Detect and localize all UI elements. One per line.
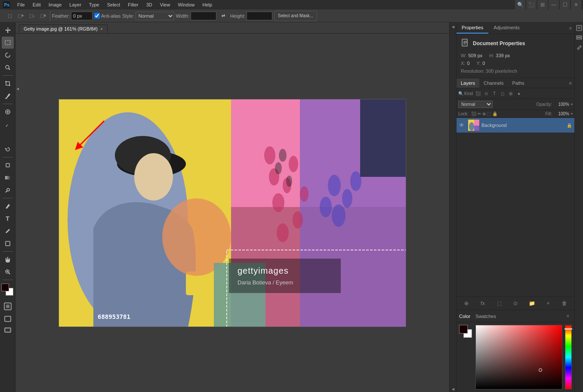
tab-paths[interactable]: Paths bbox=[508, 78, 529, 88]
menu-window[interactable]: Window bbox=[174, 1, 198, 8]
history-brush-tool[interactable] bbox=[2, 143, 14, 155]
path-select-tool[interactable] bbox=[2, 225, 14, 237]
hue-slider[interactable] bbox=[565, 325, 572, 389]
height-input[interactable] bbox=[247, 12, 272, 20]
pixel-filter-btn[interactable]: ⬛ bbox=[475, 90, 481, 97]
layer-effects-btn[interactable]: fx bbox=[478, 299, 487, 308]
shape-filter-btn[interactable]: ◻ bbox=[499, 90, 506, 97]
fill-arrow[interactable]: ▾ bbox=[571, 112, 573, 116]
crop-tool[interactable] bbox=[2, 77, 14, 90]
new-adjustment-btn[interactable]: ⊙ bbox=[511, 299, 520, 308]
menu-file[interactable]: File bbox=[14, 1, 28, 8]
tab-swatches[interactable]: Swatches bbox=[475, 314, 496, 319]
menu-3d[interactable]: 3D bbox=[143, 1, 156, 8]
layers-icon[interactable] bbox=[575, 34, 583, 41]
fg-swatch[interactable] bbox=[459, 325, 468, 333]
right-panel-collapse-top[interactable]: ◀ bbox=[451, 24, 455, 30]
tab-color[interactable]: Color bbox=[459, 314, 470, 319]
color-gradient-field[interactable] bbox=[475, 325, 562, 389]
doc-props-header: Document Properties bbox=[461, 38, 570, 49]
layers-menu-btn[interactable]: ≡ bbox=[567, 79, 574, 87]
lock-artboard-btn[interactable]: ⬚ bbox=[487, 111, 491, 116]
menu-edit[interactable]: Edit bbox=[29, 1, 44, 8]
color-panel-menu-btn[interactable]: ≡ bbox=[564, 312, 572, 320]
marquee-tool[interactable] bbox=[2, 37, 14, 49]
smart-filter-btn[interactable]: ⊞ bbox=[507, 90, 514, 97]
close-btn[interactable]: ✕ bbox=[571, 0, 581, 10]
right-panel-collapse-bottom[interactable]: ◀ bbox=[451, 386, 455, 392]
eyedropper-tool[interactable] bbox=[2, 90, 14, 102]
type-tool[interactable]: T bbox=[2, 213, 14, 225]
menu-image[interactable]: Image bbox=[45, 1, 65, 8]
add-selection-btn[interactable]: ⬚+ bbox=[15, 11, 26, 21]
layer-visibility-icon[interactable]: 👁 bbox=[459, 122, 466, 128]
lock-image-btn[interactable]: ✏ bbox=[478, 111, 481, 116]
new-group-btn[interactable]: 📁 bbox=[527, 299, 537, 308]
filter-toggle-btn[interactable]: ● bbox=[515, 90, 522, 97]
menu-view[interactable]: View bbox=[157, 1, 174, 8]
document-tab[interactable]: Getty image.jpg @ 161% (RGB/8#) × bbox=[19, 25, 108, 33]
select-mask-btn[interactable]: Select and Mask... bbox=[274, 11, 317, 21]
pen-tool[interactable] bbox=[2, 200, 14, 212]
shape-tool[interactable] bbox=[2, 238, 14, 250]
type-filter-btn[interactable]: T bbox=[491, 90, 498, 97]
tab-layers[interactable]: Layers bbox=[457, 78, 479, 88]
menu-select[interactable]: Select bbox=[104, 1, 124, 8]
blend-mode-select[interactable]: Normal Multiply Screen bbox=[458, 101, 493, 108]
new-selection-btn[interactable]: ⬚ bbox=[4, 11, 15, 21]
menu-help[interactable]: Help bbox=[199, 1, 216, 8]
lock-position-btn[interactable]: ⊕ bbox=[482, 111, 486, 116]
tab-properties[interactable]: Properties bbox=[457, 22, 488, 34]
add-mask-btn[interactable]: ⬚ bbox=[494, 299, 504, 308]
layers-search-icon: 🔍 bbox=[458, 91, 463, 96]
intersect-selection-btn[interactable]: ⬚× bbox=[38, 11, 48, 21]
lock-pixels-btn[interactable]: ⬛ bbox=[471, 111, 476, 116]
subtract-selection-btn[interactable]: ⬚- bbox=[27, 11, 37, 21]
foreground-color[interactable] bbox=[1, 284, 9, 291]
artboard-btn[interactable] bbox=[2, 325, 14, 335]
maximize-btn[interactable]: ☐ bbox=[560, 0, 570, 10]
menu-type[interactable]: Type bbox=[86, 1, 103, 8]
quick-select-tool[interactable] bbox=[2, 62, 14, 74]
minimize-btn[interactable]: — bbox=[549, 0, 559, 10]
move-tool[interactable] bbox=[2, 24, 14, 36]
healing-tool[interactable] bbox=[2, 106, 14, 118]
tab-channels[interactable]: Channels bbox=[479, 78, 508, 88]
lasso-tool[interactable] bbox=[2, 49, 14, 61]
tab-close-btn[interactable]: × bbox=[100, 27, 103, 31]
canvas-viewport[interactable]: gettyimages Daria Botieva / Eyeem 688953… bbox=[15, 34, 449, 392]
style-select[interactable]: Normal Fixed Ratio Fixed Size bbox=[136, 12, 174, 20]
properties-menu-btn[interactable]: ≡ bbox=[567, 24, 574, 32]
tab-adjustments[interactable]: Adjustments bbox=[488, 22, 525, 34]
color-swatches[interactable] bbox=[1, 284, 14, 296]
opacity-arrow[interactable]: ▾ bbox=[571, 102, 573, 106]
adjustment-filter-btn[interactable]: ⊙ bbox=[483, 90, 490, 97]
brush-settings-icon[interactable] bbox=[575, 43, 583, 51]
lock-all-btn[interactable]: 🔒 bbox=[492, 111, 497, 116]
gradient-tool[interactable] bbox=[2, 172, 14, 184]
layer-background[interactable]: 👁 Background 🔒 bbox=[457, 118, 574, 133]
zoom-tool[interactable] bbox=[2, 266, 14, 278]
left-panel-collapse[interactable]: ◀ bbox=[15, 86, 20, 92]
swap-dimensions-btn[interactable]: ⇄ bbox=[218, 11, 228, 21]
eraser-tool[interactable] bbox=[2, 159, 14, 171]
screen-mode-btn[interactable] bbox=[2, 314, 14, 324]
search-btn[interactable]: 🔍 bbox=[515, 0, 525, 10]
link-layers-btn[interactable]: ⊕ bbox=[462, 299, 471, 308]
clone-tool[interactable] bbox=[2, 131, 14, 143]
delete-layer-btn[interactable]: 🗑 bbox=[560, 299, 569, 308]
svg-point-35 bbox=[289, 156, 298, 172]
menu-filter[interactable]: Filter bbox=[124, 1, 142, 8]
hand-tool[interactable] bbox=[2, 253, 14, 265]
new-layer-btn[interactable]: + bbox=[543, 299, 553, 308]
properties-icon[interactable] bbox=[575, 24, 583, 32]
anti-alias-checkbox[interactable] bbox=[94, 13, 100, 19]
dodge-tool[interactable] bbox=[2, 184, 14, 196]
brush-tool[interactable] bbox=[2, 118, 14, 130]
width-input[interactable] bbox=[191, 12, 216, 20]
arrange-btn[interactable]: ⊞ bbox=[537, 0, 548, 10]
feather-input[interactable] bbox=[71, 12, 93, 20]
workspace-btn[interactable]: ⬛ bbox=[526, 0, 537, 10]
quick-mask-btn[interactable] bbox=[2, 300, 14, 312]
menu-layer[interactable]: Layer bbox=[66, 1, 85, 8]
